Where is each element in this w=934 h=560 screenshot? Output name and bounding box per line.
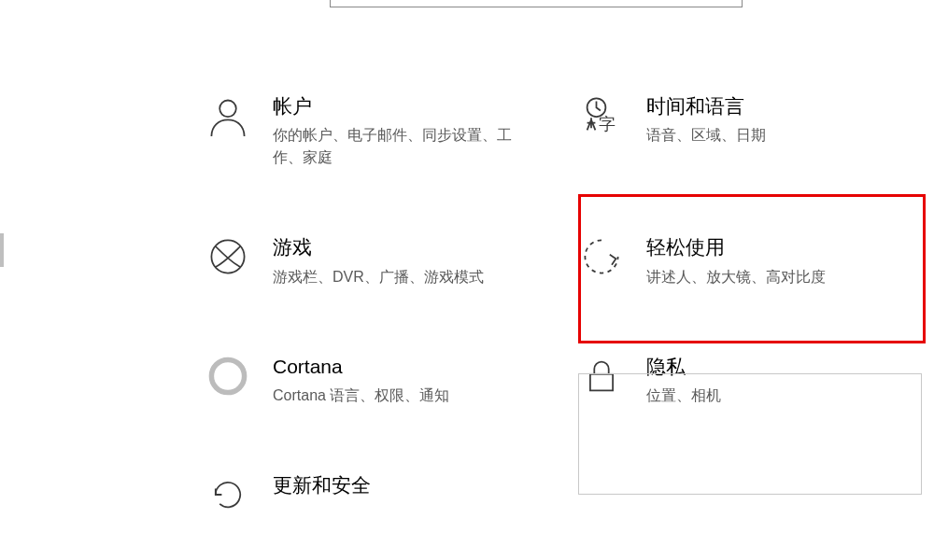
person-icon [205, 93, 250, 138]
settings-item-text: Cortana Cortana 语言、权限、通知 [273, 354, 449, 407]
settings-item-title: 隐私 [646, 354, 721, 379]
time-language-icon: 字 [579, 93, 624, 138]
xbox-icon [205, 234, 250, 279]
svg-point-0 [219, 101, 236, 118]
settings-item-desc: 游戏栏、DVR、广播、游戏模式 [273, 266, 484, 288]
settings-item-update-security[interactable]: 更新和安全 [205, 472, 579, 517]
settings-item-text: 轻松使用 讲述人、放大镜、高对比度 [646, 234, 826, 287]
settings-item-text: 隐私 位置、相机 [646, 354, 721, 407]
settings-row: 更新和安全 [205, 472, 934, 517]
settings-page: 帐户 你的帐户、电子邮件、同步设置、工作、家庭 字 时间和语言 语音、区域、日期 [0, 0, 934, 560]
settings-item-title: 游戏 [273, 234, 484, 259]
window-edge [0, 233, 4, 267]
settings-item-cortana[interactable]: Cortana Cortana 语言、权限、通知 [205, 354, 579, 407]
settings-item-accounts[interactable]: 帐户 你的帐户、电子邮件、同步设置、工作、家庭 [205, 93, 579, 169]
settings-item-title: 轻松使用 [646, 234, 826, 259]
svg-rect-5 [590, 373, 613, 390]
settings-item-text: 游戏 游戏栏、DVR、广播、游戏模式 [273, 234, 484, 287]
settings-item-text: 更新和安全 [273, 472, 371, 497]
settings-item-desc: 讲述人、放大镜、高对比度 [646, 266, 826, 288]
settings-item-ease-of-access[interactable]: 轻松使用 讲述人、放大镜、高对比度 [579, 234, 826, 287]
settings-grid: 帐户 你的帐户、电子邮件、同步设置、工作、家庭 字 时间和语言 语音、区域、日期 [205, 93, 934, 560]
ease-of-access-icon [579, 234, 624, 279]
settings-item-title: 更新和安全 [273, 472, 371, 497]
lock-icon [579, 354, 624, 399]
settings-item-desc: 你的帐户、电子邮件、同步设置、工作、家庭 [273, 124, 516, 169]
settings-item-title: Cortana [273, 354, 449, 379]
settings-item-text: 帐户 你的帐户、电子邮件、同步设置、工作、家庭 [273, 93, 516, 169]
cortana-icon [205, 354, 250, 399]
settings-item-desc: 语音、区域、日期 [646, 124, 766, 147]
update-icon [205, 472, 250, 517]
settings-item-text: 时间和语言 语音、区域、日期 [646, 93, 766, 147]
settings-row: Cortana Cortana 语言、权限、通知 隐私 位置、相机 [205, 354, 934, 407]
settings-row: 游戏 游戏栏、DVR、广播、游戏模式 轻松使用 讲述人、放大镜、高对比度 [205, 234, 934, 287]
svg-text:字: 字 [599, 115, 616, 133]
settings-item-desc: Cortana 语言、权限、通知 [273, 385, 449, 407]
settings-item-title: 时间和语言 [646, 93, 766, 119]
svg-point-3 [211, 241, 244, 273]
search-box-bottom-edge [330, 0, 743, 7]
settings-item-privacy[interactable]: 隐私 位置、相机 [579, 354, 721, 407]
settings-item-gaming[interactable]: 游戏 游戏栏、DVR、广播、游戏模式 [205, 234, 579, 287]
svg-point-4 [211, 359, 244, 392]
settings-row: 帐户 你的帐户、电子邮件、同步设置、工作、家庭 字 时间和语言 语音、区域、日期 [205, 93, 934, 169]
settings-item-desc: 位置、相机 [646, 385, 721, 407]
settings-item-time-language[interactable]: 字 时间和语言 语音、区域、日期 [579, 93, 766, 169]
settings-item-title: 帐户 [273, 93, 516, 119]
